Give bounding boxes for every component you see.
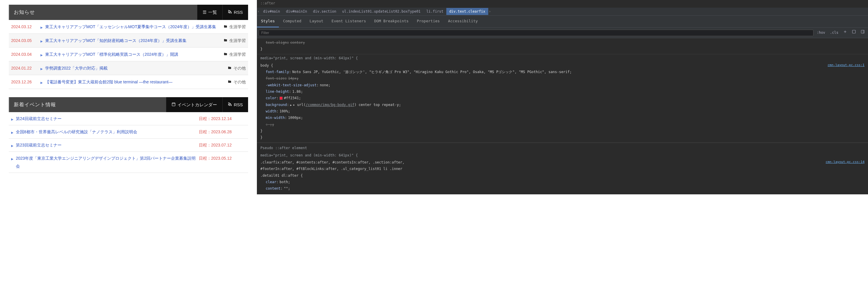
website-content: お知らせ ☰ 一覧 RSS 2024.03.12▶東工大キャリアアップMOT「エ… (0, 0, 257, 194)
style-rule-block: text-aligncenter } (257, 39, 868, 55)
news-date: 2024.03.12 (11, 23, 40, 31)
pseudo-section-label: Pseudo ::after element (257, 143, 868, 151)
breadcrumb-item[interactable]: ul.indexList01.updateList02.boxType01 (339, 8, 424, 15)
hov-toggle[interactable]: :hov (815, 29, 827, 36)
devtools-tab[interactable]: Properties (412, 16, 444, 27)
event-title-text: 第23回蔵前立志セミナー (16, 141, 62, 149)
rss-icon (228, 101, 232, 109)
css-property[interactable]: font-familyNoto Sans JP, YuGothic, '游ゴシッ… (260, 69, 865, 75)
category-label: その他 (234, 78, 246, 86)
news-date: 2023.12.26 (11, 78, 40, 86)
css-property[interactable]: clearboth (260, 179, 865, 185)
event-date: 日程：2023.05.12 (199, 154, 246, 162)
triangle-icon: ▶ (11, 117, 13, 122)
event-link[interactable]: ▶第23回蔵前立志セミナー (11, 141, 199, 149)
news-item: 2024.03.04▶東工大キャリアアップMOT「標準化戦略実践コース（2024… (9, 48, 248, 61)
category-label: 生涯学習 (229, 51, 246, 58)
breadcrumb-prev-icon[interactable]: ‹ (257, 8, 260, 15)
rss-btn-label: RSS (234, 8, 243, 17)
news-list: 2024.03.12▶東工大キャリアアップMOT「エッセンシャルMOT夏季集中コ… (9, 20, 248, 89)
event-item: ▶全国8都市・世界最高レベルの研究施設「ナノテラス」利用説明会日程：2023.0… (9, 125, 248, 139)
event-rss-button[interactable]: RSS (222, 97, 248, 112)
news-link[interactable]: ▶東工大キャリアアップMOT「エッセンシャルMOT夏季集中コース（2024年度）… (40, 23, 219, 31)
rss-icon (228, 8, 232, 17)
triangle-icon: ▶ (40, 53, 43, 58)
event-link[interactable]: ▶全国8都市・世界最高レベルの研究施設「ナノテラス」利用説明会 (11, 128, 199, 136)
color-swatch[interactable] (279, 96, 283, 100)
breadcrumb-item[interactable]: div#mainIn (283, 8, 310, 15)
css-property[interactable]: -webkit-text-size-adjustnone (260, 82, 865, 88)
devtools-tab[interactable]: Styles (257, 16, 279, 27)
devtools-tab[interactable]: Accessibility (444, 16, 482, 27)
event-date: 日程：2023.06.28 (199, 128, 246, 136)
breadcrumb-item[interactable]: li.first (424, 8, 446, 15)
expand-icon[interactable]: ▶ (290, 104, 291, 107)
category-label: その他 (234, 64, 246, 72)
news-category[interactable]: その他 (219, 78, 246, 86)
event-link[interactable]: ▶第24回蔵前立志セミナー (11, 115, 199, 122)
breadcrumb-item[interactable]: div.section (310, 8, 339, 15)
css-property[interactable]: : ; (260, 121, 865, 128)
css-property[interactable]: line-height1.86 (260, 88, 865, 95)
css-property[interactable]: color#ff2341 (260, 95, 865, 101)
news-rss-button[interactable]: RSS (222, 5, 248, 20)
triangle-icon: ▶ (11, 157, 13, 170)
list-btn-label: 一覧 (208, 8, 217, 17)
styles-content: text-aligncenter } media="print, screen … (257, 38, 868, 194)
computed-sidebar-toggle-icon[interactable] (850, 29, 858, 36)
triangle-icon: ▶ (40, 39, 43, 44)
event-title-text: 2023年度「東京工業大学エンジニアリングデザインプロジェクト」第2回パートナー… (16, 154, 199, 170)
cls-toggle[interactable]: .cls (829, 29, 840, 36)
event-date: 日程：2023.07.12 (199, 141, 246, 149)
folder-icon (223, 51, 227, 58)
event-header: 新着イベント情報 イベントカレンダー RSS (9, 97, 248, 112)
css-selector[interactable]: body { (260, 62, 273, 69)
news-category[interactable]: 生涯学習 (219, 51, 246, 58)
news-category[interactable]: 生涯学習 (219, 23, 246, 31)
news-link[interactable]: ▶東工大キャリアアップMOT「標準化戦略実践コース（2024年度）」開講 (40, 51, 219, 58)
devtools-tab[interactable]: Computed (279, 16, 306, 27)
breadcrumb-item[interactable]: div#main (260, 8, 283, 15)
css-property[interactable]: min-width1000px (260, 114, 865, 121)
news-header: お知らせ ☰ 一覧 RSS (9, 5, 248, 20)
triangle-icon: ▶ (11, 130, 13, 136)
css-property[interactable]: text-aligncenter (260, 39, 865, 46)
devtools-tab[interactable]: DOM Breakpoints (370, 16, 412, 27)
folder-icon (227, 64, 232, 72)
event-rss-label: RSS (234, 101, 243, 109)
css-property[interactable]: background▶▸ url(/common/img/bg-body.gif… (260, 102, 865, 108)
event-calendar-button[interactable]: イベントカレンダー (166, 97, 222, 112)
source-link[interactable]: cmn-layout-pc.css:1 (828, 62, 865, 69)
source-link[interactable]: cmn-layout-pc.css:14 (826, 159, 865, 179)
css-selector[interactable]: .clearfix:after, #contents:after, #conte… (260, 159, 407, 179)
css-property[interactable]: width100% (260, 108, 865, 114)
event-link[interactable]: ▶2023年度「東京工業大学エンジニアリングデザインプロジェクト」第2回パートナ… (11, 154, 199, 170)
devtools-tab[interactable]: Layout (306, 16, 328, 27)
event-list: ▶第24回蔵前立志セミナー日程：2023.12.14▶全国8都市・世界最高レベル… (9, 112, 248, 173)
new-rule-button[interactable] (842, 29, 849, 36)
devtools-tab[interactable]: Event Listeners (328, 16, 370, 27)
css-property[interactable]: font-size14px (260, 75, 865, 82)
news-link[interactable]: ▶学勢調査2022「大学の対応」掲載 (40, 64, 219, 72)
close-brace: } (260, 134, 865, 141)
news-title-text: 学勢調査2022「大学の対応」掲載 (45, 64, 107, 72)
calendar-btn-label: イベントカレンダー (178, 101, 217, 109)
news-link[interactable]: ▶【電話番号変更】東工大蔵前会館2階 blue terminal ―the re… (40, 78, 219, 86)
folder-icon (223, 37, 227, 44)
breadcrumb-next-icon[interactable]: › (488, 8, 492, 15)
event-item: ▶第23回蔵前立志セミナー日程：2023.07.12 (9, 139, 248, 152)
news-list-button[interactable]: ☰ 一覧 (197, 5, 222, 20)
filter-input[interactable] (259, 30, 813, 36)
news-category[interactable]: 生涯学習 (219, 37, 246, 44)
triangle-icon: ▶ (11, 143, 13, 149)
svg-rect-6 (852, 30, 856, 33)
news-section: お知らせ ☰ 一覧 RSS 2024.03.12▶東工大キャリアアップMOT「エ… (9, 5, 248, 89)
css-property[interactable]: content"" (260, 185, 865, 192)
news-category[interactable]: その他 (219, 64, 246, 72)
folder-icon (227, 78, 232, 86)
bg-url-link[interactable]: /common/img/bg-body.gif (306, 103, 354, 107)
event-date: 日程：2023.12.14 (199, 115, 246, 122)
panel-toggle-icon[interactable] (859, 29, 866, 36)
news-link[interactable]: ▶東工大キャリアアップMOT「知的財産戦略コース（2024年度）」受講生募集 (40, 37, 219, 44)
breadcrumb-item[interactable]: div.text.clearfix (446, 8, 488, 15)
